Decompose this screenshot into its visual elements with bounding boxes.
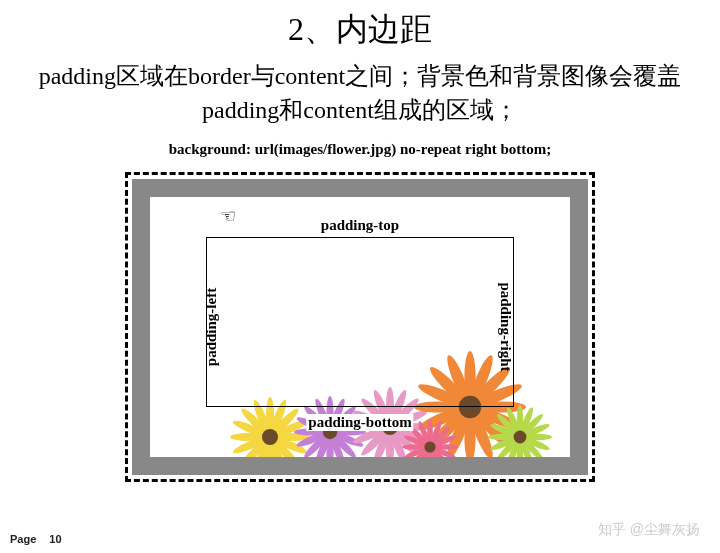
margin-region: ☜ padding-top padding-bottom padding-lef…	[125, 172, 595, 482]
padding-top-label: padding-top	[319, 217, 401, 234]
content-region	[206, 237, 514, 407]
svg-point-101	[424, 442, 435, 453]
box-model-diagram: ☜ padding-top padding-bottom padding-lef…	[125, 172, 595, 482]
watermark: 知乎 @尘舞灰扬	[598, 521, 700, 539]
pointer-icon: ☜	[220, 205, 236, 227]
svg-point-84	[514, 431, 527, 444]
padding-region: ☜ padding-top padding-bottom padding-lef…	[150, 197, 570, 457]
css-code-line: background: url(images/flower.jpg) no-re…	[0, 141, 720, 158]
padding-right-label: padding-right	[497, 281, 514, 374]
slide-title: 2、内边距	[0, 0, 720, 52]
svg-point-16	[262, 429, 278, 445]
slide-description: padding区域在border与content之间；背景色和背景图像会覆盖pa…	[0, 52, 720, 131]
page-footer: Page 10	[10, 533, 62, 545]
border-region: ☜ padding-top padding-bottom padding-lef…	[132, 179, 588, 475]
padding-bottom-label: padding-bottom	[306, 414, 413, 431]
page-number: 10	[49, 533, 61, 545]
page-label: Page	[10, 533, 36, 545]
padding-left-label: padding-left	[203, 286, 220, 368]
